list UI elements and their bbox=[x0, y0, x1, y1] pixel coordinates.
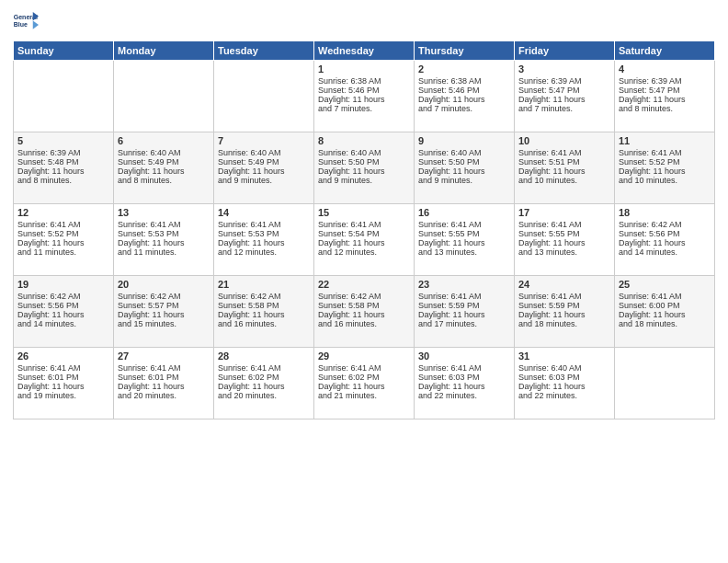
logo: General Blue bbox=[13, 9, 39, 35]
day-info: Daylight: 11 hours bbox=[318, 238, 410, 247]
day-info: Daylight: 11 hours bbox=[418, 238, 510, 247]
day-info: and 20 minutes. bbox=[218, 391, 310, 400]
day-info: Sunrise: 6:41 AM bbox=[218, 363, 310, 373]
day-info: Daylight: 11 hours bbox=[619, 238, 711, 247]
calendar-cell: 31Sunrise: 6:40 AMSunset: 6:03 PMDayligh… bbox=[515, 348, 615, 419]
calendar-cell: 20Sunrise: 6:42 AMSunset: 5:57 PMDayligh… bbox=[114, 276, 214, 348]
calendar-cell bbox=[214, 61, 314, 132]
day-number: 4 bbox=[619, 63, 711, 75]
calendar-cell: 21Sunrise: 6:42 AMSunset: 5:58 PMDayligh… bbox=[214, 276, 314, 348]
calendar-cell: 23Sunrise: 6:41 AMSunset: 5:59 PMDayligh… bbox=[415, 276, 515, 348]
day-info: and 18 minutes. bbox=[619, 319, 711, 328]
day-info: Sunrise: 6:41 AM bbox=[619, 292, 711, 301]
day-info: and 18 minutes. bbox=[518, 319, 610, 328]
day-info: Sunset: 5:58 PM bbox=[218, 301, 310, 310]
day-info: Daylight: 11 hours bbox=[619, 167, 711, 176]
weekday-header: Wednesday bbox=[314, 41, 415, 61]
calendar-cell: 8Sunrise: 6:40 AMSunset: 5:50 PMDaylight… bbox=[314, 132, 415, 204]
day-info: Sunrise: 6:41 AM bbox=[118, 220, 210, 229]
calendar-cell: 25Sunrise: 6:41 AMSunset: 6:00 PMDayligh… bbox=[615, 276, 715, 348]
day-info: Sunset: 5:57 PM bbox=[118, 301, 210, 310]
day-info: Sunrise: 6:40 AM bbox=[318, 148, 410, 157]
calendar-cell: 28Sunrise: 6:41 AMSunset: 6:02 PMDayligh… bbox=[214, 348, 314, 419]
day-info: and 7 minutes. bbox=[518, 104, 610, 113]
day-info: and 22 minutes. bbox=[518, 391, 610, 400]
day-info: Sunset: 6:01 PM bbox=[17, 373, 109, 382]
day-info: Sunrise: 6:42 AM bbox=[218, 292, 310, 301]
day-info: and 10 minutes. bbox=[518, 176, 610, 185]
day-info: Sunrise: 6:41 AM bbox=[418, 292, 510, 301]
day-info: and 12 minutes. bbox=[318, 247, 410, 257]
day-info: and 7 minutes. bbox=[318, 104, 410, 113]
day-number: 12 bbox=[17, 207, 109, 218]
day-info: Sunset: 5:52 PM bbox=[619, 157, 711, 167]
day-number: 5 bbox=[17, 135, 109, 146]
day-info: Daylight: 11 hours bbox=[118, 310, 210, 319]
day-info: and 19 minutes. bbox=[17, 391, 109, 400]
day-info: Sunrise: 6:41 AM bbox=[619, 148, 711, 157]
calendar-week-row: 26Sunrise: 6:41 AMSunset: 6:01 PMDayligh… bbox=[14, 348, 715, 419]
day-info: Sunset: 5:59 PM bbox=[418, 301, 510, 310]
day-number: 13 bbox=[118, 207, 210, 218]
calendar-cell: 2Sunrise: 6:38 AMSunset: 5:46 PMDaylight… bbox=[415, 61, 515, 132]
day-info: and 21 minutes. bbox=[318, 391, 410, 400]
day-number: 18 bbox=[619, 207, 711, 218]
day-number: 6 bbox=[118, 135, 210, 146]
calendar-cell bbox=[615, 348, 715, 419]
day-info: Sunset: 5:54 PM bbox=[318, 229, 410, 238]
page: General Blue SundayMondayTuesdayWednesda… bbox=[0, 0, 728, 563]
day-info: Sunrise: 6:40 AM bbox=[218, 148, 310, 157]
day-number: 29 bbox=[318, 350, 410, 362]
weekday-header: Thursday bbox=[415, 41, 515, 61]
day-info: Sunrise: 6:41 AM bbox=[218, 220, 310, 229]
day-number: 22 bbox=[318, 279, 410, 290]
day-info: and 13 minutes. bbox=[518, 247, 610, 257]
calendar-cell: 1Sunrise: 6:38 AMSunset: 5:46 PMDaylight… bbox=[314, 61, 415, 132]
day-number: 14 bbox=[218, 207, 310, 218]
day-info: Sunrise: 6:41 AM bbox=[118, 363, 210, 373]
day-number: 11 bbox=[619, 135, 711, 146]
calendar-cell: 4Sunrise: 6:39 AMSunset: 5:47 PMDaylight… bbox=[615, 61, 715, 132]
day-info: and 9 minutes. bbox=[218, 176, 310, 185]
day-info: Sunset: 6:00 PM bbox=[619, 301, 711, 310]
calendar: SundayMondayTuesdayWednesdayThursdayFrid… bbox=[13, 40, 715, 419]
calendar-cell bbox=[14, 61, 114, 132]
day-number: 21 bbox=[218, 279, 310, 290]
day-info: Sunset: 6:02 PM bbox=[318, 373, 410, 382]
day-number: 27 bbox=[118, 350, 210, 362]
day-info: Sunset: 5:55 PM bbox=[418, 229, 510, 238]
day-info: Sunrise: 6:41 AM bbox=[318, 220, 410, 229]
day-info: Daylight: 11 hours bbox=[118, 238, 210, 247]
day-info: Sunset: 5:55 PM bbox=[518, 229, 610, 238]
day-info: Sunrise: 6:42 AM bbox=[318, 292, 410, 301]
day-info: and 16 minutes. bbox=[318, 319, 410, 328]
day-number: 17 bbox=[518, 207, 610, 218]
day-info: Daylight: 11 hours bbox=[518, 95, 610, 104]
day-info: Sunrise: 6:38 AM bbox=[318, 76, 410, 86]
day-info: Sunset: 5:53 PM bbox=[118, 229, 210, 238]
weekday-header: Monday bbox=[114, 41, 214, 61]
calendar-cell: 16Sunrise: 6:41 AMSunset: 5:55 PMDayligh… bbox=[415, 204, 515, 276]
day-info: Sunset: 5:49 PM bbox=[218, 157, 310, 167]
day-info: Sunrise: 6:41 AM bbox=[518, 220, 610, 229]
day-info: Sunrise: 6:41 AM bbox=[418, 363, 510, 373]
day-info: Sunrise: 6:42 AM bbox=[619, 220, 711, 229]
day-info: Daylight: 11 hours bbox=[17, 167, 109, 176]
day-info: Daylight: 11 hours bbox=[518, 167, 610, 176]
day-info: Daylight: 11 hours bbox=[118, 382, 210, 391]
day-info: Sunrise: 6:41 AM bbox=[318, 363, 410, 373]
day-info: Daylight: 11 hours bbox=[418, 382, 510, 391]
day-info: Sunrise: 6:39 AM bbox=[619, 76, 711, 86]
day-number: 16 bbox=[418, 207, 510, 218]
day-info: Sunset: 5:56 PM bbox=[17, 301, 109, 310]
calendar-header-row: SundayMondayTuesdayWednesdayThursdayFrid… bbox=[14, 41, 715, 61]
day-info: and 8 minutes. bbox=[118, 176, 210, 185]
day-info: and 11 minutes. bbox=[17, 247, 109, 257]
day-info: Daylight: 11 hours bbox=[17, 310, 109, 319]
day-info: Sunrise: 6:42 AM bbox=[118, 292, 210, 301]
day-info: Daylight: 11 hours bbox=[619, 310, 711, 319]
day-info: Sunset: 6:01 PM bbox=[118, 373, 210, 382]
calendar-cell: 5Sunrise: 6:39 AMSunset: 5:48 PMDaylight… bbox=[14, 132, 114, 204]
day-info: Sunset: 6:03 PM bbox=[518, 373, 610, 382]
svg-text:Blue: Blue bbox=[14, 21, 28, 28]
